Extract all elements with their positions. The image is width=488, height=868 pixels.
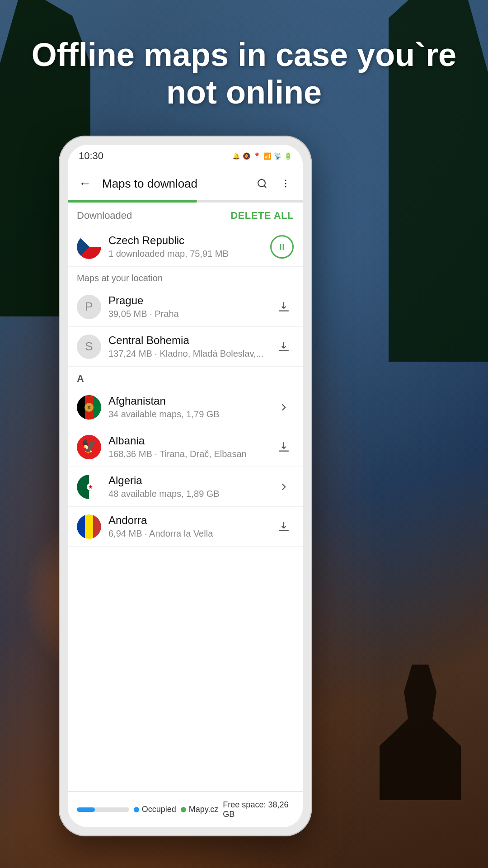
app-bar: ← Maps to download (68, 167, 303, 200)
svg-rect-10 (283, 244, 284, 250)
status-icons: 🔔 🔕 📍 📶 📡 🔋 (232, 152, 292, 160)
occupied-legend: Occupied (134, 805, 176, 814)
search-button[interactable] (252, 174, 272, 193)
albania-flag: 🦅 (77, 435, 101, 459)
algeria-chevron[interactable] (274, 477, 294, 497)
phone-container: 10:30 🔔 🔕 📍 📶 📡 🔋 ← Maps to download (59, 136, 312, 836)
alpha-a-section: A (68, 367, 303, 387)
svg-rect-13 (77, 395, 85, 420)
mute-icon: 🔕 (243, 152, 250, 160)
prague-detail: 39,05 MB · Praha (108, 309, 267, 319)
albania-detail: 168,36 MB · Tirana, Drač, Elbasan (108, 449, 267, 459)
downloaded-section-header: Downloaded DELETE ALL (68, 203, 303, 227)
algeria-detail: 48 available maps, 1,89 GB (108, 489, 267, 499)
occupied-dot (134, 807, 139, 812)
svg-point-0 (258, 179, 265, 187)
list-item-czech-republic[interactable]: Czech Republic 1 downloaded map, 75,91 M… (68, 227, 303, 267)
svg-rect-31 (77, 514, 85, 539)
svg-point-2 (285, 183, 286, 184)
phone-screen: 10:30 🔔 🔕 📍 📶 📡 🔋 ← Maps to download (68, 145, 303, 827)
prague-name: Prague (108, 294, 267, 307)
svg-rect-15 (93, 395, 101, 420)
mapycz-label: Mapy.cz (189, 805, 219, 814)
status-time: 10:30 (79, 150, 103, 162)
list-item-algeria[interactable]: ★ Algeria 48 available maps, 1,89 GB (68, 467, 303, 507)
pause-icon (277, 242, 286, 251)
mapycz-dot (181, 807, 186, 812)
bottom-bar: Occupied Mapy.cz Free space: 38,26 GB (68, 791, 303, 827)
andorra-detail: 6,94 MB · Andorra la Vella (108, 528, 267, 539)
algeria-flag: ★ (77, 475, 101, 499)
app-bar-title: Maps to download (102, 177, 245, 191)
back-button[interactable]: ← (75, 174, 95, 193)
andorra-flag (77, 514, 101, 539)
czech-republic-info: Czech Republic 1 downloaded map, 75,91 M… (108, 234, 263, 259)
headline-container: Offline maps in case you`re not online (0, 36, 488, 111)
afghanistan-chevron[interactable] (274, 397, 294, 417)
list-item-afghanistan[interactable]: ✡ Afghanistan 34 available maps, 1,79 GB (68, 387, 303, 427)
list-item-andorra[interactable]: Andorra 6,94 MB · Andorra la Vella (68, 507, 303, 547)
central-bohemia-name: Central Bohemia (108, 334, 267, 347)
storage-bar (77, 807, 129, 812)
svg-text:★: ★ (88, 484, 93, 490)
back-arrow-icon: ← (79, 176, 91, 191)
svg-text:🦅: 🦅 (81, 439, 97, 454)
maps-at-location-label: Maps at your location (68, 267, 303, 287)
afghanistan-detail: 34 available maps, 1,79 GB (108, 409, 267, 420)
prague-info: Prague 39,05 MB · Praha (108, 294, 267, 319)
delete-all-button[interactable]: DELETE ALL (230, 210, 294, 222)
afghanistan-info: Afghanistan 34 available maps, 1,79 GB (108, 395, 267, 420)
download-icon (278, 301, 290, 313)
downloaded-label: Downloaded (77, 210, 132, 222)
andorra-download-button[interactable] (274, 517, 294, 537)
svg-point-3 (285, 186, 286, 188)
czech-republic-detail: 1 downloaded map, 75,91 MB (108, 249, 263, 259)
central-bohemia-download-button[interactable] (274, 337, 294, 357)
battery-icon: 🔋 (284, 152, 292, 160)
phone-frame: 10:30 🔔 🔕 📍 📶 📡 🔋 ← Maps to download (59, 136, 312, 836)
central-bohemia-icon: S (77, 335, 101, 359)
more-options-button[interactable] (276, 174, 296, 193)
czech-republic-name: Czech Republic (108, 234, 263, 247)
list-item-central-bohemia[interactable]: S Central Bohemia 137,24 MB · Kladno, Ml… (68, 327, 303, 367)
status-bar: 10:30 🔔 🔕 📍 📶 📡 🔋 (68, 145, 303, 167)
more-options-icon (280, 178, 291, 189)
svg-rect-33 (93, 514, 101, 539)
czech-republic-pause-button[interactable] (270, 235, 294, 259)
prague-download-button[interactable] (274, 297, 294, 317)
albania-name: Albania (108, 434, 267, 447)
afghanistan-name: Afghanistan (108, 395, 267, 407)
afghanistan-flag: ✡ (77, 395, 101, 420)
central-bohemia-detail: 137,24 MB · Kladno, Mladá Boleslav,... (108, 349, 267, 359)
albania-info: Albania 168,36 MB · Tirana, Drač, Elbasa… (108, 434, 267, 459)
svg-text:✡: ✡ (87, 405, 91, 410)
andorra-name: Andorra (108, 514, 267, 527)
list-item-albania[interactable]: 🦅 Albania 168,36 MB · Tirana, Drač, Elba… (68, 427, 303, 467)
svg-point-1 (285, 180, 286, 181)
wifi-icon: 📶 (263, 152, 271, 160)
andorra-info: Andorra 6,94 MB · Andorra la Vella (108, 514, 267, 539)
tab-indicator (68, 200, 197, 203)
tab-bar (68, 200, 303, 203)
app-bar-icons (252, 174, 296, 193)
central-bohemia-info: Central Bohemia 137,24 MB · Kladno, Mlad… (108, 334, 267, 359)
download-icon-2 (278, 341, 290, 353)
list-item-prague[interactable]: P Prague 39,05 MB · Praha (68, 287, 303, 327)
svg-rect-32 (85, 514, 93, 539)
signal-icon: 📡 (274, 152, 282, 160)
notification-icon: 🔔 (232, 152, 240, 160)
storage-bar-fill (77, 807, 95, 812)
search-icon (257, 178, 267, 189)
occupied-label: Occupied (142, 805, 176, 814)
albania-download-button[interactable] (274, 437, 294, 457)
free-space-text: Free space: 38,26 GB (223, 800, 294, 819)
download-icon-3 (278, 441, 290, 453)
chevron-right-icon (278, 401, 290, 413)
location-icon: 📍 (253, 152, 261, 160)
chevron-right-icon-2 (278, 481, 290, 493)
algeria-name: Algeria (108, 474, 267, 487)
mapycz-legend: Mapy.cz (181, 805, 219, 814)
czech-republic-flag (77, 235, 101, 259)
prague-icon: P (77, 295, 101, 319)
download-icon-4 (278, 521, 290, 533)
